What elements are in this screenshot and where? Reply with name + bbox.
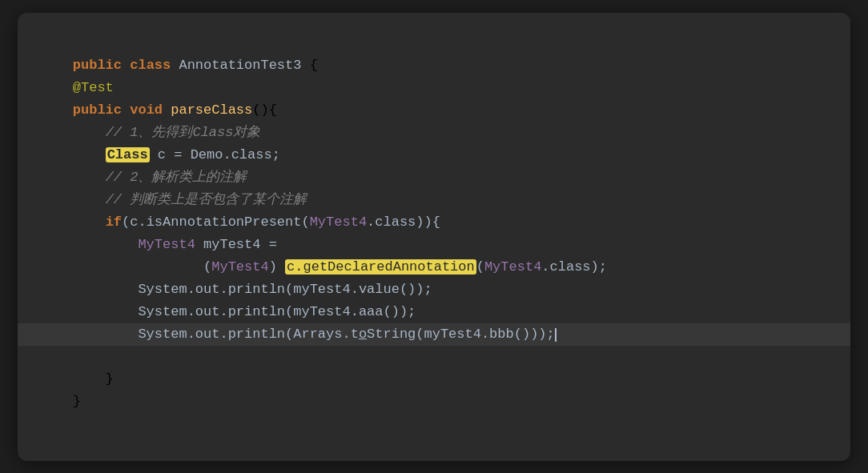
line-5: Class c = Demo.class; (40, 147, 280, 162)
line-9: MyTest4 myTest4 = (40, 237, 277, 252)
line-10: (MyTest4) c.getDeclaredAnnotation(MyTest… (40, 259, 607, 275)
line-3: public void parseClass(){ (40, 102, 277, 118)
line-7: // 判断类上是否包含了某个注解 (40, 192, 307, 207)
line-12: System.out.println(myTest4.aaa()); (40, 304, 416, 319)
line-6: // 2、解析类上的注解 (40, 170, 247, 185)
line-11: System.out.println(myTest4.value()); (40, 282, 432, 297)
line-1: public class AnnotationTest3 { (73, 58, 318, 73)
code-block: public class AnnotationTest3 { @Test pub… (40, 32, 828, 436)
line-15: } (40, 394, 81, 409)
line-2: @Test (40, 80, 114, 95)
code-window: public class AnnotationTest3 { @Test pub… (18, 13, 850, 461)
line-8: if(c.isAnnotationPresent(MyTest4.class))… (40, 214, 440, 230)
line-14: } (40, 371, 114, 387)
line-13: System.out.println(Arrays.toString(myTes… (18, 323, 850, 346)
line-4: // 1、先得到Class对象 (40, 125, 260, 140)
